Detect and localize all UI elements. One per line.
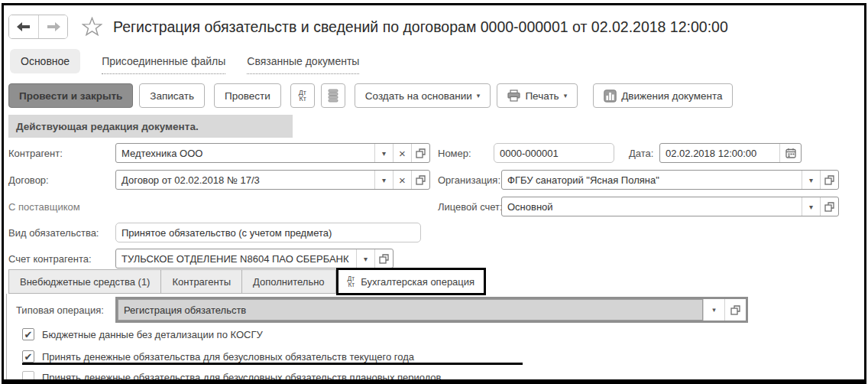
checkbox-budget-data[interactable]: ✔ xyxy=(22,328,34,340)
open-link-icon xyxy=(416,148,426,158)
tab-accounting-operation[interactable]: ДтКт Бухгалтерская операция xyxy=(336,268,487,295)
chevron-down-icon: ▾ xyxy=(809,203,813,211)
tab-accounting-operation-label: Бухгалтерская операция xyxy=(361,276,474,288)
counterparty-account-value[interactable]: ТУЛЬСКОЕ ОТДЕЛЕНИЕ N8604 ПАО СБЕРБАНК xyxy=(116,249,356,268)
tab-counterparties[interactable]: Контрагенты xyxy=(161,269,242,294)
counterparty-value[interactable]: Медтехника ООО xyxy=(116,144,374,162)
number-value[interactable]: 0000-000001 xyxy=(494,144,614,162)
counterparty-field[interactable]: Медтехника ООО ▾ × xyxy=(115,143,430,163)
checkbox-monetary-current-year[interactable]: ✔ xyxy=(22,350,34,363)
obligation-kind-field[interactable]: Принятое обязательство (с учетом предмет… xyxy=(115,223,421,242)
print-button[interactable]: Печать▾ xyxy=(497,83,578,108)
chevron-down-icon: ▾ xyxy=(809,176,813,184)
tab-related-documents[interactable]: Связанные документы xyxy=(247,49,359,74)
counterparty-account-open-button[interactable] xyxy=(374,249,393,268)
clear-icon: × xyxy=(399,148,406,159)
personal-account-field[interactable]: Основной ▾ xyxy=(501,197,839,216)
post-button[interactable]: Провести xyxy=(214,83,281,108)
number-field[interactable]: 0000-000001 xyxy=(494,143,614,163)
personal-account-dropdown-button[interactable]: ▾ xyxy=(802,197,820,216)
contract-dropdown-button[interactable]: ▾ xyxy=(374,171,393,189)
obligation-kind-value[interactable]: Принятое обязательство (с учетом предмет… xyxy=(116,223,420,242)
tab-pane-border xyxy=(6,294,7,379)
chevron-down-icon: ▾ xyxy=(382,176,386,184)
checkbox-row-budget-data: ✔ Бюджетные данные без детализации по КО… xyxy=(22,327,263,341)
typical-operation-open-button[interactable] xyxy=(724,299,746,321)
number-label: Номер: xyxy=(438,148,471,159)
counterparty-open-button[interactable] xyxy=(411,144,429,162)
form-row-counterparty-account: Счет контрагента: ТУЛЬСКОЕ ОТДЕЛЕНИЕ N86… xyxy=(8,249,864,270)
forward-button[interactable] xyxy=(38,15,67,38)
checkbox-monetary-current-year-label: Принять денежные обязательства для безус… xyxy=(42,351,414,363)
counterparty-account-label: Счет контрагента: xyxy=(8,253,92,265)
chevron-down-icon: ▾ xyxy=(364,255,368,263)
page-title: Регистрация обязательств и сведений по д… xyxy=(113,18,728,36)
open-link-icon xyxy=(824,202,834,212)
toolbar: Провести и закрыть Записать Провести ДтК… xyxy=(8,82,733,109)
counterparty-clear-button[interactable]: × xyxy=(393,144,411,162)
organization-field[interactable]: ФГБУ санаторий "Ясная Поляна" ▾ xyxy=(501,170,839,190)
favorite-star-icon[interactable] xyxy=(82,17,102,37)
form-row-obligation-kind: Вид обязательства: Принятое обязательств… xyxy=(8,223,864,244)
back-button[interactable] xyxy=(9,15,38,38)
organization-value[interactable]: ФГБУ санаторий "Ясная Поляна" xyxy=(502,171,802,189)
document-status-banner: Действующая редакция документа. xyxy=(8,115,293,138)
contract-value[interactable]: Договор от 02.02.2018 № 17/3 xyxy=(116,171,374,189)
counterparty-account-field[interactable]: ТУЛЬСКОЕ ОТДЕЛЕНИЕ N8604 ПАО СБЕРБАНК ▾ xyxy=(115,249,394,268)
register-records-button[interactable] xyxy=(321,83,345,108)
tab-attached-files[interactable]: Присоединенные файлы xyxy=(102,49,225,74)
chevron-down-icon: ▾ xyxy=(477,92,481,99)
organization-open-button[interactable] xyxy=(820,171,838,189)
calendar-icon xyxy=(785,148,796,158)
date-field[interactable]: 02.02.2018 12:00:00 xyxy=(659,143,802,163)
history-nav xyxy=(8,15,68,39)
organization-dropdown-button[interactable]: ▾ xyxy=(802,171,820,189)
open-link-icon xyxy=(379,254,389,264)
tab-main[interactable]: Основное xyxy=(10,49,80,73)
date-label: Дата: xyxy=(629,148,653,159)
counterparty-account-dropdown-button[interactable]: ▾ xyxy=(356,249,374,268)
with-supplier-label: С поставщиком xyxy=(8,201,80,213)
header: Регистрация обязательств и сведений по д… xyxy=(8,11,728,42)
typical-operation-label: Типовая операция: xyxy=(16,304,104,316)
personal-account-value[interactable]: Основной xyxy=(502,197,802,216)
checkbox-budget-data-label: Бюджетные данные без детализации по КОСГ… xyxy=(42,329,263,340)
personal-account-label: Лицевой счет: xyxy=(438,201,503,213)
checkbox-monetary-planned-periods[interactable] xyxy=(22,371,34,383)
checkbox-row-monetary-current-year: ✔ Принять денежные обязательства для без… xyxy=(22,350,414,363)
counterparty-dropdown-button[interactable]: ▾ xyxy=(374,144,393,162)
personal-account-open-button[interactable] xyxy=(820,197,838,216)
tab-additional[interactable]: Дополнительно xyxy=(242,269,336,294)
create-based-on-button[interactable]: Создать на основании▾ xyxy=(355,83,491,108)
checkbox-monetary-planned-periods-label: Принять денежные обязательства для безус… xyxy=(42,372,441,383)
date-calendar-button[interactable] xyxy=(779,144,801,162)
tab-extrabudgetary-funds[interactable]: Внебюджетные средства (1) xyxy=(8,269,161,294)
form-row-counterparty: Контрагент: Медтехника ООО ▾ × Номер: 00… xyxy=(8,143,864,164)
contract-open-button[interactable] xyxy=(411,171,429,189)
typical-operation-dropdown-button[interactable]: ▾ xyxy=(703,299,724,321)
register-list-icon xyxy=(328,89,338,103)
clear-icon: × xyxy=(399,174,406,186)
dt-kt-button[interactable]: ДтКт xyxy=(290,83,315,108)
post-and-close-button[interactable]: Провести и закрыть xyxy=(8,83,133,108)
typical-operation-highlight-box: Регистрация обязательств ▾ xyxy=(115,297,748,323)
screen: Регистрация обязательств и сведений по д… xyxy=(0,0,868,384)
document-movements-button[interactable]: Движения документа xyxy=(593,83,733,108)
annotation-underline xyxy=(22,363,523,365)
organization-label: Организация: xyxy=(438,174,500,186)
contract-clear-button[interactable]: × xyxy=(393,171,411,189)
open-link-icon xyxy=(824,175,834,185)
date-value[interactable]: 02.02.2018 12:00:00 xyxy=(660,144,779,162)
typical-operation-value[interactable]: Регистрация обязательств xyxy=(118,299,703,321)
printer-icon xyxy=(507,89,520,102)
form-row-personal-account: С поставщиком Лицевой счет: Основной ▾ xyxy=(8,197,864,218)
save-button[interactable]: Записать xyxy=(139,83,205,108)
bar-chart-icon xyxy=(604,89,617,103)
arrow-right-icon xyxy=(47,22,60,31)
section-tabs: Внебюджетные средства (1) Контрагенты До… xyxy=(8,269,486,294)
form-row-contract: Договор: Договор от 02.02.2018 № 17/3 ▾ … xyxy=(8,170,864,191)
open-link-icon xyxy=(416,175,426,185)
contract-label: Договор: xyxy=(8,174,49,186)
chevron-down-icon: ▾ xyxy=(712,306,716,314)
contract-field[interactable]: Договор от 02.02.2018 № 17/3 ▾ × xyxy=(115,170,430,190)
